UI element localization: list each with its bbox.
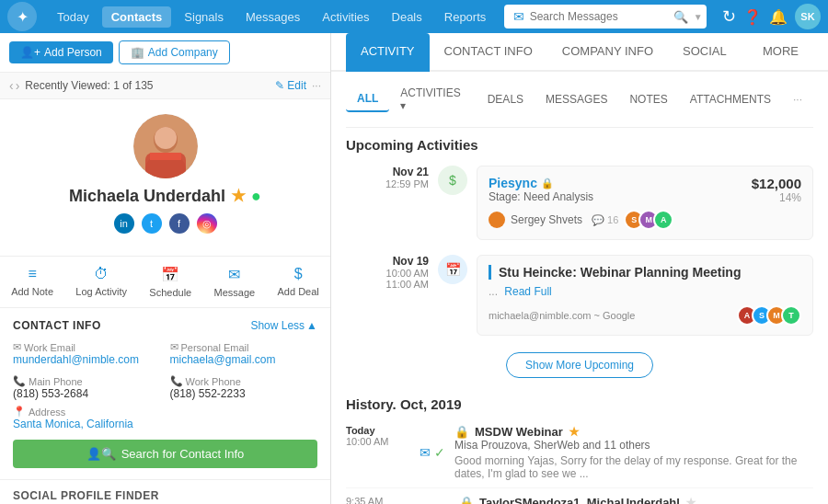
linkedin-icon[interactable]: in (114, 213, 134, 234)
chevron-up-icon: ▲ (306, 319, 317, 332)
tab-bar: ACTIVITY CONTACT INFO COMPANY INFO SOCIA… (331, 33, 828, 72)
subtab-more[interactable]: ··· (782, 87, 813, 111)
subtab-activities[interactable]: ACTIVITIES ▾ (389, 81, 476, 118)
lock-icon-sm: 🔒 (454, 425, 469, 439)
whatsapp-icon[interactable]: ● (251, 187, 261, 206)
add-person-icon: 👤+ (20, 46, 40, 59)
tab-activity[interactable]: ACTIVITY (346, 33, 430, 72)
work-email-item: ✉ Work Email munderdahl@nimble.com (13, 341, 161, 366)
person-avatars: S M A (629, 210, 673, 230)
chevron-down-icon[interactable]: ▼ (694, 12, 703, 22)
favorite-star-icon[interactable]: ★ (231, 186, 246, 206)
contact-info-header: CONTACT INFO Show Less ▲ (13, 319, 317, 332)
timeline-item-meeting: Nov 19 10:00 AM 11:00 AM 📅 Stu Heincke: … (346, 247, 813, 343)
activity-content: ALL ACTIVITIES ▾ DEALS MESSAGES NOTES AT… (331, 72, 828, 504)
add-company-button[interactable]: 🏢 Add Company (119, 40, 230, 64)
deal-person: Sergey Shvets 💬 16 S M A (489, 210, 801, 230)
nav-messages[interactable]: Messages (236, 6, 309, 28)
activity-icon: ⏱ (94, 266, 109, 282)
left-panel: 👤+ Add Person 🏢 Add Company ‹ › Recently… (0, 33, 331, 504)
search-icon[interactable]: 🔍 (673, 10, 688, 24)
history-text-1: Good morning Yajas, Sorry for the delay … (454, 454, 813, 480)
read-full-button[interactable]: Read Full (504, 285, 551, 298)
nav-contacts[interactable]: Contacts (102, 6, 172, 28)
edit-button[interactable]: ✎ Edit (275, 79, 306, 92)
lock-icon-sm-2: 🔒 (459, 496, 474, 504)
meeting-title: Stu Heincke: Webinar Planning Meeting (489, 265, 801, 280)
action-buttons: ≡ Add Note ⏱ Log Activity 📅 Schedule ✉ M… (0, 257, 330, 308)
bell-icon[interactable]: 🔔 (769, 8, 788, 26)
deal-amount: $12,000 (752, 176, 801, 191)
history-item-1: Today 10:00 AM ✉ ✓ 🔒 MSDW Webinar ★ Misa… (346, 418, 813, 488)
envelope2-icon: ✉ (170, 341, 178, 353)
contact-info-title: CONTACT INFO (13, 319, 101, 332)
app-logo[interactable]: ✦ (7, 2, 37, 31)
contact-card: Michaela Underdahl ★ ● in t f ◎ (0, 99, 330, 257)
add-company-icon: 🏢 (131, 46, 144, 59)
upcoming-activities-heading: Upcoming Activities (346, 128, 813, 158)
tab-contact-info[interactable]: CONTACT INFO (430, 33, 547, 72)
nav-arrows: ‹ › (9, 78, 19, 93)
tab-social[interactable]: SOCIAL (668, 33, 742, 72)
add-person-button[interactable]: 👤+ Add Person (9, 41, 113, 63)
history-subtitle-1: Misa Prouzova, SherWeb and 11 others (454, 439, 813, 452)
search-input[interactable] (530, 10, 668, 23)
nav-reports[interactable]: Reports (435, 6, 496, 28)
subtab-deals[interactable]: DEALS (477, 87, 535, 111)
message-button[interactable]: ✉ Message (214, 266, 256, 298)
star-empty-icon[interactable]: ★ (685, 496, 696, 504)
top-navigation: ✦ Today Contacts Signals Messages Activi… (0, 0, 828, 33)
meeting-card: Stu Heincke: Webinar Planning Meeting ..… (477, 255, 813, 336)
more-options-icon[interactable]: ··· (312, 79, 321, 92)
personal-email-value[interactable]: michaela@gmail.com (170, 353, 318, 366)
show-more-upcoming-button[interactable]: Show More Upcoming (506, 352, 653, 378)
arrow-right[interactable]: › (16, 78, 20, 93)
recently-viewed-label: Recently Viewed: 1 of 135 (25, 79, 153, 92)
personal-email-item: ✉ Personal Email michaela@gmail.com (170, 341, 318, 366)
nav-activities[interactable]: Activities (313, 6, 378, 28)
note-icon: ≡ (28, 266, 36, 282)
meeting-footer: michaela@nimble.com ~ Google A S M T (489, 305, 801, 326)
arrow-left[interactable]: ‹ (9, 78, 14, 93)
work-email-value[interactable]: munderdahl@nimble.com (13, 353, 161, 366)
nav-today[interactable]: Today (48, 6, 98, 28)
subtab-attachments[interactable]: ATTACHMENTS (679, 87, 782, 111)
history-icons-2: ✉ 🐦 (420, 496, 450, 504)
meeting-body: ... Read Full (489, 285, 801, 298)
schedule-button[interactable]: 📅 Schedule (149, 266, 191, 298)
contact-name: Michaela Underdahl ★ ● (15, 186, 316, 206)
tab-company-info[interactable]: COMPANY INFO (547, 33, 668, 72)
add-note-button[interactable]: ≡ Add Note (11, 266, 53, 298)
star-icon[interactable]: ★ (569, 425, 580, 439)
footer-avatar-4: T (781, 305, 801, 326)
deal-timeline-icon: $ (438, 166, 467, 195)
deal-stage: Stage: Need Analysis (489, 190, 593, 203)
subtab-all[interactable]: ALL (346, 86, 389, 112)
help-icon[interactable]: ❓ (743, 8, 762, 26)
search-contact-button[interactable]: 👤🔍 Search for Contact Info (13, 440, 317, 468)
refresh-icon[interactable]: ↻ (722, 6, 736, 27)
instagram-icon[interactable]: ◎ (197, 213, 217, 234)
svg-point-3 (155, 127, 177, 149)
nav-signals[interactable]: Signals (175, 6, 233, 28)
pin-icon: 📍 (13, 406, 26, 418)
address-value[interactable]: Santa Monica, California (13, 418, 317, 430)
log-activity-button[interactable]: ⏱ Log Activity (75, 266, 127, 298)
phone2-icon: 📞 (170, 375, 183, 387)
subtab-notes[interactable]: NOTES (618, 87, 678, 111)
facebook-icon[interactable]: f (169, 213, 190, 234)
company-name[interactable]: Piesync 🔒 (489, 176, 593, 190)
add-deal-button[interactable]: $ Add Deal (278, 266, 319, 298)
twitter-icon[interactable]: t (142, 213, 162, 234)
history-heading: History. Oct, 2019 (346, 387, 813, 418)
show-less-button[interactable]: Show Less ▲ (250, 319, 317, 332)
nav-deals[interactable]: Deals (383, 6, 431, 28)
recently-viewed-bar: ‹ › Recently Viewed: 1 of 135 ✎ Edit ··· (0, 73, 330, 99)
deal-card: Piesync 🔒 Stage: Need Analysis $12,000 1… (477, 166, 813, 240)
left-panel-header: 👤+ Add Person 🏢 Add Company (0, 33, 330, 73)
lock-icon: 🔒 (541, 178, 554, 189)
subtab-messages[interactable]: MESSAGES (535, 87, 618, 111)
tab-more[interactable]: MORE (748, 33, 813, 72)
calendar-timeline-icon: 📅 (438, 255, 467, 284)
user-avatar[interactable]: SK (795, 4, 821, 29)
